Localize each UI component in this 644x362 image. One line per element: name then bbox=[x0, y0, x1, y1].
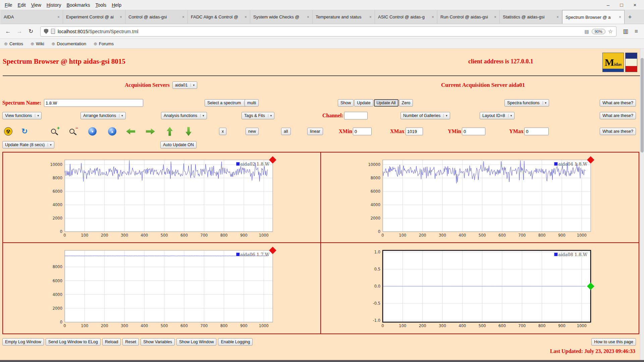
reader-mode-icon[interactable]: ▤ bbox=[584, 29, 589, 34]
x-button[interactable]: x bbox=[219, 128, 226, 135]
tracking-shield-icon[interactable] bbox=[44, 29, 48, 34]
tab-close-icon[interactable]: × bbox=[120, 15, 122, 19]
linear-button[interactable]: linear bbox=[307, 128, 323, 135]
menu-help[interactable]: Help bbox=[109, 2, 124, 8]
tab-close-icon[interactable]: × bbox=[182, 15, 184, 19]
new-tab-button[interactable]: + bbox=[625, 10, 635, 24]
tags-fits-select[interactable]: Tags & Fits ▾ bbox=[241, 112, 274, 119]
show-log-window-button[interactable]: Show Log Window bbox=[176, 338, 217, 346]
tab-close-icon[interactable]: × bbox=[556, 15, 559, 19]
what-are-these-button-3[interactable]: What are these? bbox=[600, 128, 636, 135]
send-log-window-to-elog-button[interactable]: Send Log Window to ELog bbox=[46, 338, 101, 346]
menu-file[interactable]: File bbox=[2, 2, 15, 8]
tab-close-icon[interactable]: × bbox=[619, 15, 621, 19]
y-scale-down-button[interactable]: ▼ bbox=[88, 127, 97, 136]
acquisition-server-select[interactable]: aida01 ▾ bbox=[172, 81, 197, 89]
bookmark-star-icon[interactable]: ☆ bbox=[608, 28, 613, 35]
tab-statistics-aidas-gsi[interactable]: Statistics @ aidas-gsi× bbox=[500, 10, 562, 24]
layout-id-select[interactable]: Layout ID=8 ▾ bbox=[480, 112, 515, 119]
how-to-use-button[interactable]: How to use this page bbox=[591, 338, 636, 346]
tab-close-icon[interactable]: × bbox=[245, 15, 247, 19]
number-of-galleries-select[interactable]: Number of Galleries ▾ bbox=[400, 112, 450, 119]
all-button[interactable]: all bbox=[281, 128, 291, 135]
reload-button[interactable]: ↻ bbox=[26, 27, 36, 36]
view-functions-select[interactable]: View functions ▾ bbox=[2, 112, 42, 119]
window-close-button[interactable]: × bbox=[632, 2, 638, 8]
select-spectrum-select[interactable]: Select a spectrum ▾ bbox=[205, 99, 251, 107]
menu-view[interactable]: View bbox=[29, 2, 44, 8]
tab-close-icon[interactable]: × bbox=[369, 15, 372, 19]
tab-run-control-aidas-gsi[interactable]: Run Control @ aidas-gsi× bbox=[437, 10, 500, 24]
pan-right-button[interactable] bbox=[146, 128, 155, 134]
spectra-functions-select[interactable]: Spectra functions ▾ bbox=[504, 99, 549, 107]
arrange-functions-select[interactable]: Arrange functions ▾ bbox=[80, 112, 126, 119]
library-icon[interactable]: ▥ bbox=[621, 28, 630, 35]
back-button[interactable]: ← bbox=[3, 27, 13, 36]
zoom-level-badge[interactable]: 90% bbox=[592, 29, 605, 34]
reload-button[interactable]: Reload bbox=[102, 338, 121, 346]
bookmark-forums[interactable]: ⊕Forums bbox=[94, 41, 114, 46]
forward-button[interactable]: → bbox=[15, 27, 24, 36]
url-text[interactable]: localhost:8015/Spectrum/Spectrum.tml bbox=[58, 29, 582, 34]
tab-fadc-align-control[interactable]: FADC Align & Control @× bbox=[188, 10, 250, 24]
spectrum-name-input[interactable] bbox=[44, 99, 143, 107]
pan-left-button[interactable] bbox=[126, 128, 135, 134]
ymax-input[interactable] bbox=[524, 128, 549, 135]
zoom-in-magnifier-button[interactable]: + bbox=[50, 127, 60, 136]
spectrum-chart-aida04[interactable]: 0100200300400500600700800900100002000400… bbox=[364, 155, 595, 242]
spectrum-chart-aida06[interactable]: 0100200300400500600700800900100002000400… bbox=[46, 246, 277, 334]
tab-close-icon[interactable]: × bbox=[57, 15, 60, 19]
update-rate-select[interactable]: Update Rate (8 secs) ▾ bbox=[2, 141, 54, 148]
tab-close-icon[interactable]: × bbox=[307, 15, 309, 19]
xmax-input[interactable] bbox=[406, 128, 423, 135]
menu-history[interactable]: History bbox=[44, 2, 64, 8]
tab-asic-control-aidas-g[interactable]: ASIC Control @ aidas-g× bbox=[375, 10, 437, 24]
show-button[interactable]: Show bbox=[338, 99, 354, 107]
spectrum-chart-aida02[interactable]: 0100200300400500600700800900100002000400… bbox=[46, 155, 277, 242]
update-all-button[interactable]: Update All bbox=[374, 99, 398, 107]
menu-tools[interactable]: Tools bbox=[93, 2, 109, 8]
refresh-icon-button[interactable]: ↻ bbox=[21, 128, 28, 135]
window-minimize-button[interactable]: – bbox=[605, 2, 611, 8]
menu-edit[interactable]: Edit bbox=[15, 2, 29, 8]
bookmark-centos[interactable]: ⊕Centos bbox=[4, 41, 23, 46]
page-info-icon[interactable] bbox=[51, 29, 55, 34]
auto-update-button[interactable]: Auto Update ON bbox=[160, 141, 197, 148]
tab-close-icon[interactable]: × bbox=[494, 15, 496, 19]
tab-spectrum-browser-a[interactable]: Spectrum Browser @ a× bbox=[562, 10, 625, 24]
tab-close-icon[interactable]: × bbox=[432, 15, 434, 19]
zero-button[interactable]: Zero bbox=[399, 99, 413, 107]
bookmark-wiki[interactable]: ⊕Wiki bbox=[31, 41, 44, 46]
zoom-out-magnifier-button[interactable]: − bbox=[69, 127, 78, 136]
tab-aida[interactable]: AIDA× bbox=[1, 10, 63, 24]
analysis-functions-select[interactable]: Analysis functions ▾ bbox=[161, 112, 207, 119]
show-variables-button[interactable]: Show Variables bbox=[141, 338, 175, 346]
update-button[interactable]: Update bbox=[354, 99, 373, 107]
vertical-scrollbar[interactable] bbox=[640, 49, 644, 360]
scrollbar-thumb[interactable] bbox=[641, 58, 644, 153]
hamburger-menu-icon[interactable]: ≡ bbox=[632, 28, 641, 35]
window-maximize-button[interactable]: □ bbox=[619, 2, 625, 8]
xmin-input[interactable] bbox=[353, 128, 372, 135]
enable-logging-button[interactable]: Enable Logging bbox=[218, 338, 253, 346]
tab-temperature-and-status[interactable]: Temperature and status× bbox=[313, 10, 375, 24]
tab-experiment-control-ai[interactable]: Experiment Control @ ai× bbox=[63, 10, 125, 24]
channel-input[interactable] bbox=[344, 112, 368, 120]
bookmark-documentation[interactable]: ⊕Documentation bbox=[52, 41, 86, 46]
url-bar[interactable]: localhost:8015/Spectrum/Spectrum.tml ▤ 9… bbox=[40, 26, 616, 37]
what-are-these-button-1[interactable]: What are these? bbox=[600, 99, 636, 107]
reset-button[interactable]: Reset bbox=[122, 338, 139, 346]
new-button[interactable]: new bbox=[246, 128, 259, 135]
y-scale-up-button[interactable]: ▲ bbox=[108, 127, 116, 136]
what-are-these-button-2[interactable]: What are these? bbox=[600, 112, 636, 119]
menu-bookmarks[interactable]: Bookmarks bbox=[64, 2, 93, 8]
tab-control-aidas-gsi[interactable]: Control @ aidas-gsi× bbox=[125, 10, 188, 24]
pan-up-button[interactable] bbox=[167, 127, 173, 136]
multi-button[interactable]: multi bbox=[245, 99, 259, 107]
empty-log-window-button[interactable]: Empty Log Window bbox=[2, 338, 44, 346]
pan-down-button[interactable] bbox=[185, 127, 192, 136]
tab-system-wide-checks[interactable]: System wide Checks @× bbox=[250, 10, 313, 24]
spectrum-chart-aida08[interactable]: 01002003004005006007008009001000-1.0-0.5… bbox=[364, 246, 595, 334]
radiation-icon-button[interactable]: ☢ bbox=[4, 127, 12, 136]
ymin-input[interactable] bbox=[462, 128, 485, 135]
